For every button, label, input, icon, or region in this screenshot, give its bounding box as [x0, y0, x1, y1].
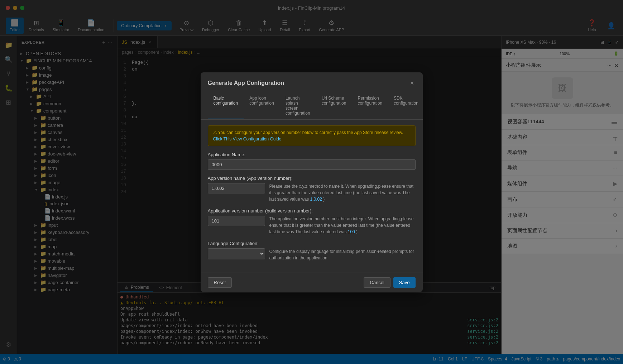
app-name-field: Application Name: [208, 152, 416, 170]
lang-config-select[interactable] [208, 248, 265, 259]
lang-config-hint: Configure the display language for initi… [269, 248, 416, 261]
app-version-num-input[interactable] [208, 216, 265, 226]
modal-tab-5[interactable]: SDK configuration [388, 93, 422, 119]
modal-tab-3[interactable]: Url Scheme configuration [316, 93, 352, 119]
app-version-name-label: App version name (App version number): [208, 176, 416, 181]
lang-config-field: Language Configuration: Configure the di… [208, 241, 416, 261]
modal-body: ⚠ You can configure your app version num… [201, 120, 423, 273]
modal-close-button[interactable]: × [409, 78, 416, 88]
app-version-num-label: Application version number (build versio… [208, 208, 416, 214]
app-name-input[interactable] [208, 159, 416, 170]
modal-header: Generate App Configuration × [201, 72, 423, 88]
app-version-num-hint: The application version number must be a… [269, 216, 416, 235]
app-version-num-field: Application version number (build versio… [208, 208, 416, 235]
modal-tab-2[interactable]: Launch splash screen configuration [280, 93, 316, 119]
reset-button[interactable]: Reset [208, 277, 232, 288]
version-num-link[interactable]: 100 [348, 229, 355, 234]
app-version-name-input[interactable] [208, 183, 265, 193]
app-version-name-field: App version name (App version number): P… [208, 176, 416, 202]
modal-tabs: Basic configurationApp icon configuratio… [201, 88, 423, 120]
modal-tab-4[interactable]: Permission configuration [352, 93, 388, 119]
modal-notice-link2[interactable]: View Configuration Guide [233, 136, 282, 142]
modal-tab-0[interactable]: Basic configuration [208, 93, 244, 119]
modal-overlay[interactable]: Generate App Configuration × Basic confi… [0, 0, 623, 364]
generate-app-modal: Generate App Configuration × Basic confi… [201, 72, 423, 292]
modal-footer: Reset Cancel Save [201, 273, 423, 292]
version-name-link[interactable]: 1.0.02 [310, 197, 322, 202]
modal-notice: ⚠ You can configure your app version num… [208, 125, 416, 146]
app-version-name-hint: Please use the x.y.z method to name it. … [269, 183, 416, 202]
lang-config-label: Language Configuration: [208, 241, 416, 246]
modal-title: Generate App Configuration [208, 80, 284, 86]
cancel-button[interactable]: Cancel [364, 277, 390, 288]
modal-tab-1[interactable]: App icon configuration [244, 93, 280, 119]
app-name-label: Application Name: [208, 152, 416, 157]
modal-notice-link[interactable]: Click This [213, 136, 232, 142]
save-button[interactable]: Save [393, 277, 416, 288]
